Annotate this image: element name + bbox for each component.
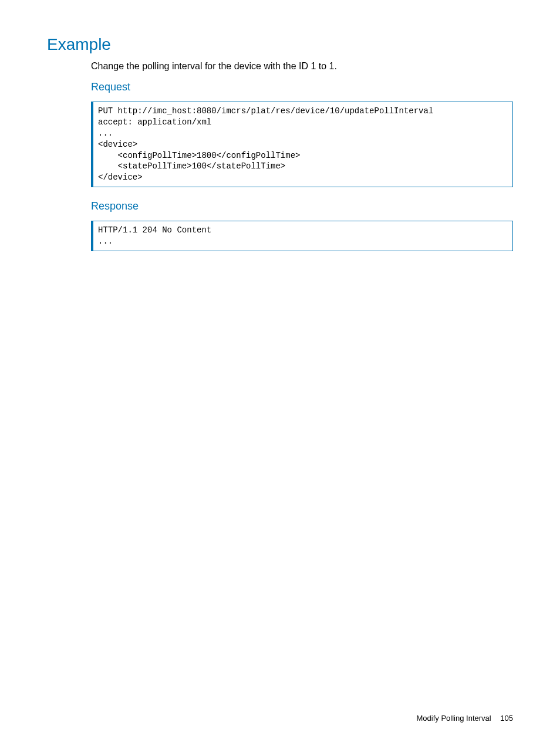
intro-paragraph: Change the polling interval for the devi…	[91, 61, 513, 72]
response-heading: Response	[91, 200, 513, 212]
section-heading: Example	[47, 35, 513, 54]
footer-title: Modify Polling Interval	[417, 714, 491, 723]
footer-page-number: 105	[500, 714, 513, 723]
request-heading: Request	[91, 81, 513, 93]
request-code-block: PUT http://imc_host:8080/imcrs/plat/res/…	[91, 102, 513, 187]
response-code-block: HTTP/1.1 204 No Content ...	[91, 221, 513, 251]
page-footer: Modify Polling Interval 105	[417, 714, 514, 723]
